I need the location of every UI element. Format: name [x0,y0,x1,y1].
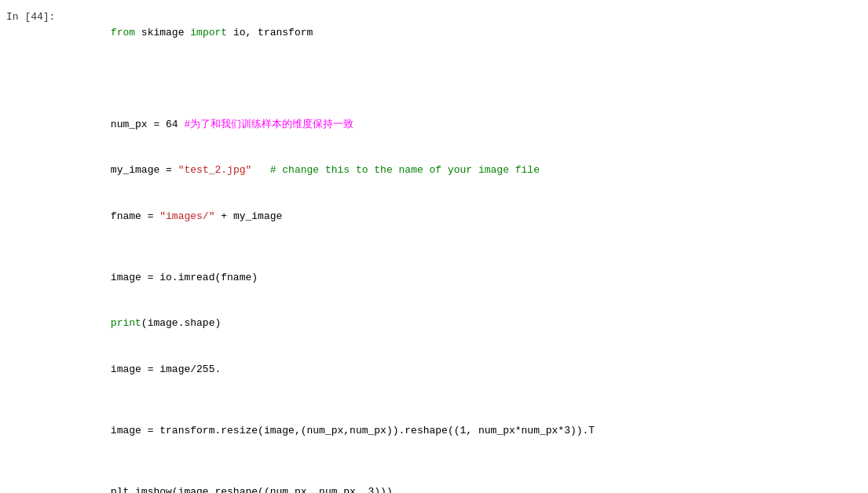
code-line-2 [61,56,868,102]
cell-input-label: In [44]: [6,11,55,23]
cell-label: In [44]: [0,0,61,493]
code-line-9: image = image/255. [61,346,868,393]
code-line-4: my_image = "test_2.jpg" # change this to… [61,148,868,194]
code-line-8: print(image.shape) [61,301,868,347]
code-line-6 [61,239,868,255]
code-line-1: from skimage import io, transform [61,9,868,56]
code-line-12 [61,454,868,469]
code-line-10 [61,393,868,408]
cell-content: from skimage import io, transform num_px… [61,0,868,493]
code-line-13: plt.imshow(image.reshape((num_px, num_px… [61,469,868,493]
notebook-cell: In [44]: from skimage import io, transfo… [0,0,868,493]
code-line-3: num_px = 64 #为了和我们训练样本的维度保持一致 [61,101,868,148]
code-line-7: image = io.imread(fname) [61,254,868,301]
code-line-5: fname = "images/" + my_image [61,193,868,239]
code-line-11: image = transform.resize(image,(num_px,n… [61,407,868,454]
code-area[interactable]: from skimage import io, transform num_px… [61,8,868,493]
